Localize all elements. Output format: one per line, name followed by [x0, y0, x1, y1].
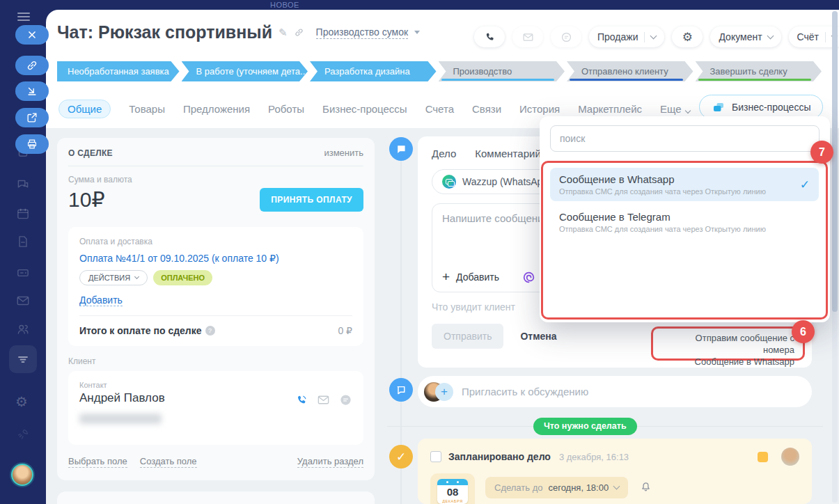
contact-phone-redacted	[79, 414, 162, 424]
tab-invoices[interactable]: Счета	[425, 103, 454, 115]
about-deal-section: О СДЕЛКЕ изменить Сумма и валюта 10₽ ПРИ…	[57, 138, 375, 480]
next-section-partial	[57, 491, 375, 504]
check-icon: ✓	[800, 178, 810, 192]
edit-section-link[interactable]: изменить	[324, 148, 363, 158]
reminder-bell-icon[interactable]	[640, 481, 652, 493]
paid-status-badge: ОПЛАЧЕНО	[153, 270, 212, 285]
calendar-day: 08	[437, 485, 468, 498]
total-value: 0 ₽	[338, 325, 352, 336]
sender-note-line1: Отправим сообщение с номера	[661, 332, 794, 356]
file-icon[interactable]	[15, 233, 31, 250]
assignee-avatar[interactable]	[781, 448, 799, 466]
search-input[interactable]	[550, 125, 820, 152]
tab-history[interactable]: История	[519, 103, 560, 115]
contact-card: Контакт Андрей Павлов	[68, 371, 363, 445]
menu-icon[interactable]	[17, 10, 30, 23]
due-date-dropdown[interactable]: Сделать до сегодня, 18:00	[485, 477, 628, 498]
calendar-icon[interactable]	[15, 205, 31, 222]
copy-title-link-icon[interactable]	[294, 27, 304, 38]
stage-production[interactable]: Производство	[439, 61, 565, 81]
contact-name[interactable]: Андрей Павлов	[79, 391, 165, 405]
user-avatar[interactable]	[11, 464, 33, 486]
add-payment-link[interactable]: Добавить	[79, 294, 123, 306]
bizproc-label: Бизнес-процессы	[732, 102, 810, 113]
tab-marketplace[interactable]: Маркетплейс	[578, 103, 642, 115]
tab-bizproc[interactable]: Бизнес-процессы	[322, 103, 407, 115]
stage-new[interactable]: Необработанная заявка	[57, 61, 180, 81]
payment-link[interactable]: Оплата №41/1 от 09.10.2025 (к оплате 10 …	[79, 253, 352, 264]
stage-close[interactable]: Завершить сделку	[696, 61, 822, 81]
option-whatsapp[interactable]: Сообщение в Whatsapp Отправка СМС для со…	[550, 168, 819, 201]
tab-quotes[interactable]: Предложения	[183, 103, 250, 115]
funnel-selector[interactable]: Производство сумок	[316, 26, 409, 39]
send-button[interactable]: Отправить	[432, 324, 503, 349]
open-new-window-button[interactable]	[15, 108, 49, 127]
info-icon[interactable]: ?	[205, 326, 215, 336]
stage-sent[interactable]: Отправлено клиенту	[567, 61, 693, 81]
actions-dropdown-button[interactable]: ДЕЙСТВИЯ	[79, 270, 148, 285]
minimize-button[interactable]	[15, 81, 49, 101]
composer-tab-comment[interactable]: Комментарий	[475, 148, 540, 159]
stage-label: Производство	[453, 66, 512, 77]
amount-label: Сумма и валюта	[68, 175, 363, 184]
rocket-icon[interactable]	[15, 426, 31, 443]
scrollbar-thumb[interactable]	[832, 11, 838, 312]
task-title[interactable]: Запланировано дело	[448, 451, 551, 462]
contact-call-icon[interactable]	[295, 394, 308, 407]
contact-email-icon[interactable]	[317, 393, 330, 407]
chat-button[interactable]	[551, 26, 581, 47]
comment-marker-icon	[389, 137, 413, 161]
settings-gear-button[interactable]: ⚙	[672, 26, 703, 47]
drive-icon[interactable]	[15, 265, 31, 281]
deal-amount: 10₽	[68, 187, 104, 212]
print-button[interactable]	[15, 134, 49, 154]
task-color-badge	[758, 452, 768, 462]
close-slider-button[interactable]	[15, 25, 49, 45]
stage-design[interactable]: Разработка дизайна	[310, 61, 437, 81]
bitrix-crm-page: НОВОЕ ⚙ Чат: Рюкзак спортивный ✎ Произво…	[0, 0, 839, 504]
email-button[interactable]	[512, 26, 543, 47]
calendar-icon	[437, 479, 468, 485]
annotation-red-frame: Сообщение в Whatsapp Отправка СМС для со…	[541, 161, 828, 320]
delete-section-link[interactable]: Удалить раздел	[297, 456, 363, 468]
add-attachment-button[interactable]: +Добавить	[442, 269, 499, 285]
call-button[interactable]	[474, 26, 505, 47]
actions-label: ДЕЙСТВИЯ	[88, 274, 130, 282]
composer-tab-activity[interactable]: Дело	[432, 148, 456, 159]
settings-icon[interactable]: ⚙	[15, 393, 28, 410]
accept-payment-button[interactable]: ПРИНЯТЬ ОПЛАТУ	[260, 188, 363, 212]
sales-dropdown-button[interactable]: Продажи	[589, 26, 664, 47]
pipeline-stages: Необработанная заявка В работе (уточняем…	[57, 61, 822, 81]
business-process-button[interactable]: Бизнес-процессы	[699, 95, 823, 119]
chats-icon[interactable]	[15, 176, 31, 193]
plus-icon: +	[442, 269, 450, 285]
copy-link-button[interactable]	[15, 56, 49, 75]
planned-activity-card[interactable]: Запланировано дело 3 декабря, 16:13 08 Д…	[418, 439, 812, 504]
copilot-icon[interactable]	[522, 270, 536, 285]
divider	[68, 166, 363, 166]
tab-robots[interactable]: Роботы	[268, 103, 304, 115]
tab-products[interactable]: Товары	[129, 103, 165, 115]
cancel-button[interactable]: Отмена	[520, 331, 556, 342]
add-participant-icon[interactable]: +	[435, 383, 453, 401]
tab-links[interactable]: Связи	[472, 103, 501, 115]
payment-delivery-label: Оплата и доставка	[79, 237, 352, 246]
option-telegram[interactable]: Сообщение в Telegram Отправка СМС для со…	[550, 205, 819, 239]
tab-general[interactable]: Общие	[58, 100, 111, 118]
option-subtitle: Отправка СМС для создания чата через Отк…	[559, 225, 766, 233]
sender-note-callout[interactable]: Отправим сообщение с номера Сообщение в …	[651, 326, 805, 361]
contact-chat-icon[interactable]	[339, 393, 352, 407]
edit-title-icon[interactable]: ✎	[279, 26, 288, 39]
mail-icon[interactable]	[15, 292, 31, 309]
task-checkbox[interactable]	[430, 451, 441, 462]
invite-discussion-input[interactable]: + Пригласить к обсуждению	[418, 376, 812, 407]
create-field-link[interactable]: Создать поле	[140, 456, 197, 468]
chevron-down-icon	[613, 483, 620, 490]
client-label: Клиент	[68, 356, 363, 366]
document-dropdown-button[interactable]: Документ	[710, 26, 781, 47]
tab-more[interactable]: Еще	[660, 103, 690, 115]
stage-in-progress[interactable]: В работе (уточняем дета...	[182, 61, 308, 81]
crm-clients-icon[interactable]	[15, 321, 31, 338]
select-field-link[interactable]: Выбрать поле	[68, 456, 127, 468]
tasks-filter-item[interactable]	[9, 345, 37, 373]
